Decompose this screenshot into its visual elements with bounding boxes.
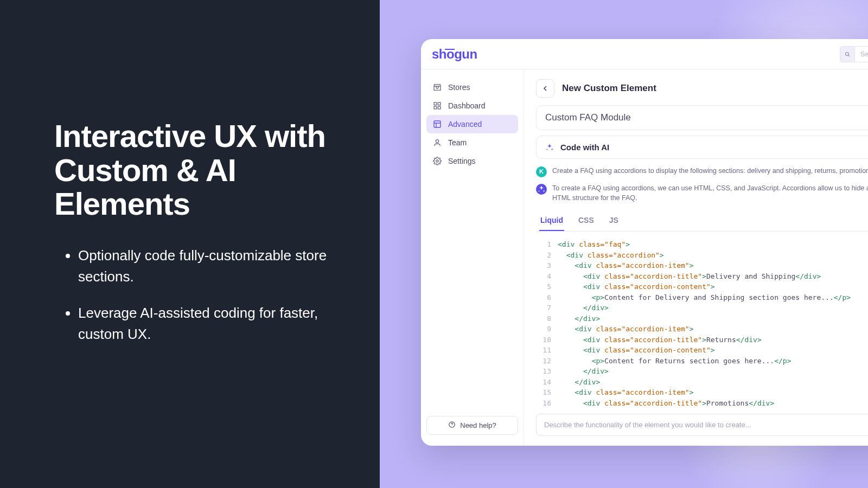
marketing-left-panel: Interactive UX with Custom & AI Elements… bbox=[0, 0, 380, 488]
describe-input[interactable]: Describe the functionality of the elemen… bbox=[536, 414, 868, 436]
gear-icon bbox=[433, 157, 442, 165]
code-with-ai-row[interactable]: Code with AI bbox=[536, 136, 868, 159]
code-content: <div class="faq"> bbox=[558, 239, 630, 250]
sidebar-item-label: Advanced bbox=[448, 120, 482, 129]
search-input[interactable] bbox=[855, 46, 868, 62]
code-line[interactable]: 12 <p>Content for Returns section goes h… bbox=[541, 356, 868, 367]
code-line[interactable]: 15 <div class="accordion-item"> bbox=[541, 387, 868, 398]
sidebar-item-label: Team bbox=[448, 138, 467, 147]
need-help-button[interactable]: Need help? bbox=[426, 416, 518, 435]
sidebar: StoresDashboardAdvancedTeamSettings Need… bbox=[421, 69, 524, 446]
page-title: New Custom Element bbox=[562, 83, 656, 94]
line-number: 6 bbox=[541, 292, 558, 303]
user-message: K Create a FAQ using accordions to displ… bbox=[536, 163, 868, 181]
back-button[interactable] bbox=[536, 79, 554, 98]
code-line[interactable]: 5 <div class="accordion-content"> bbox=[541, 281, 868, 292]
user-avatar: K bbox=[536, 166, 547, 177]
need-help-label: Need help? bbox=[460, 421, 496, 429]
code-line[interactable]: 3 <div class="accordion-item"> bbox=[541, 260, 868, 271]
ai-chat: K Create a FAQ using accordions to displ… bbox=[536, 163, 868, 206]
line-number: 4 bbox=[541, 271, 558, 282]
code-content: </div> bbox=[558, 366, 609, 377]
sidebar-item-advanced[interactable]: Advanced bbox=[426, 115, 518, 133]
svg-rect-4 bbox=[438, 106, 441, 109]
code-content: <div class="accordion-content"> bbox=[558, 281, 715, 292]
line-number: 16 bbox=[541, 398, 558, 407]
code-line[interactable]: 8 </div> bbox=[541, 313, 868, 324]
code-content: <div class="accordion"> bbox=[558, 250, 664, 261]
sidebar-item-stores[interactable]: Stores bbox=[426, 78, 518, 97]
line-number: 15 bbox=[541, 387, 558, 398]
line-number: 13 bbox=[541, 366, 558, 377]
svg-rect-2 bbox=[438, 102, 441, 105]
code-content: <div class="accordion-item"> bbox=[558, 260, 693, 271]
element-name-row: Custom FAQ Module bbox=[536, 105, 868, 130]
code-line[interactable]: 2 <div class="accordion"> bbox=[541, 250, 868, 261]
layout-icon bbox=[433, 120, 442, 129]
line-number: 7 bbox=[541, 303, 558, 313]
code-content: <div class="accordion-title">Promotions<… bbox=[558, 398, 774, 407]
line-number: 8 bbox=[541, 313, 558, 324]
line-number: 3 bbox=[541, 260, 558, 271]
tab-css[interactable]: CSS bbox=[577, 210, 595, 231]
line-number: 12 bbox=[541, 356, 558, 367]
line-number: 11 bbox=[541, 345, 558, 356]
code-content: </div> bbox=[558, 377, 600, 388]
help-icon bbox=[448, 421, 456, 430]
tab-liquid[interactable]: Liquid bbox=[539, 210, 564, 231]
hero-bullet: Leverage AI-assisted coding for faster, … bbox=[78, 303, 331, 345]
app-body: StoresDashboardAdvancedTeamSettings Need… bbox=[421, 69, 868, 446]
line-number: 5 bbox=[541, 281, 558, 292]
line-number: 10 bbox=[541, 335, 558, 345]
store-icon bbox=[433, 83, 442, 92]
svg-rect-1 bbox=[434, 102, 437, 105]
line-number: 9 bbox=[541, 324, 558, 335]
marketing-right-panel: shogun StoresDashboardAdvancedTeamSettin… bbox=[380, 0, 868, 488]
line-number: 2 bbox=[541, 250, 558, 261]
code-line[interactable]: 14 </div> bbox=[541, 377, 868, 388]
main-content: New Custom Element Custom FAQ Module Cod… bbox=[524, 69, 868, 446]
code-line[interactable]: 1<div class="faq"> bbox=[541, 239, 868, 250]
code-line[interactable]: 6 <p>Content for Delivery and Shipping s… bbox=[541, 292, 868, 303]
code-line[interactable]: 13 </div> bbox=[541, 366, 868, 377]
code-line[interactable]: 10 <div class="accordion-title">Returns<… bbox=[541, 335, 868, 345]
ai-message: To create a FAQ using accordions, we can… bbox=[536, 181, 868, 206]
code-line[interactable]: 4 <div class="accordion-title">Delivery … bbox=[541, 271, 868, 282]
code-content: <div class="accordion-content"> bbox=[558, 345, 715, 356]
code-line[interactable]: 7 </div> bbox=[541, 303, 868, 313]
ai-message-text: To create a FAQ using accordions, we can… bbox=[552, 184, 868, 203]
page-header: New Custom Element bbox=[524, 69, 868, 105]
code-content: <div class="accordion-item"> bbox=[558, 324, 693, 335]
search-icon[interactable] bbox=[840, 46, 855, 62]
svg-rect-3 bbox=[434, 106, 437, 109]
sidebar-item-settings[interactable]: Settings bbox=[426, 152, 518, 170]
sidebar-item-label: Stores bbox=[448, 83, 470, 92]
grid-icon bbox=[433, 101, 442, 110]
user-message-text: Create a FAQ using accordions to display… bbox=[552, 166, 868, 177]
ai-avatar bbox=[536, 184, 547, 195]
user-icon bbox=[433, 138, 442, 147]
hero-bullets: Optionally code fully-customizable store… bbox=[54, 245, 331, 360]
svg-point-7 bbox=[436, 160, 438, 162]
app-header: shogun bbox=[421, 39, 868, 69]
code-line[interactable]: 11 <div class="accordion-content"> bbox=[541, 345, 868, 356]
sidebar-item-label: Dashboard bbox=[448, 101, 486, 110]
element-name-input[interactable]: Custom FAQ Module bbox=[545, 112, 868, 123]
tab-js[interactable]: JS bbox=[608, 210, 620, 231]
hero-heading: Interactive UX with Custom & AI Elements bbox=[54, 119, 331, 221]
svg-rect-5 bbox=[434, 121, 441, 127]
code-with-ai-label: Code with AI bbox=[560, 143, 609, 152]
code-editor[interactable]: 1<div class="faq">2 <div class="accordio… bbox=[536, 232, 868, 406]
code-line[interactable]: 16 <div class="accordion-title">Promotio… bbox=[541, 398, 868, 407]
sidebar-item-label: Settings bbox=[448, 157, 476, 165]
sidebar-item-team[interactable]: Team bbox=[426, 133, 518, 152]
app-window: shogun StoresDashboardAdvancedTeamSettin… bbox=[421, 39, 868, 446]
search-wrap bbox=[840, 46, 868, 62]
sparkle-icon bbox=[545, 143, 554, 152]
code-content: <div class="accordion-title">Delivery an… bbox=[558, 271, 821, 282]
brand-logo[interactable]: shogun bbox=[432, 47, 477, 62]
code-content: <div class="accordion-item"> bbox=[558, 387, 693, 398]
code-line[interactable]: 9 <div class="accordion-item"> bbox=[541, 324, 868, 335]
sidebar-item-dashboard[interactable]: Dashboard bbox=[426, 97, 518, 115]
svg-point-0 bbox=[846, 52, 849, 55]
